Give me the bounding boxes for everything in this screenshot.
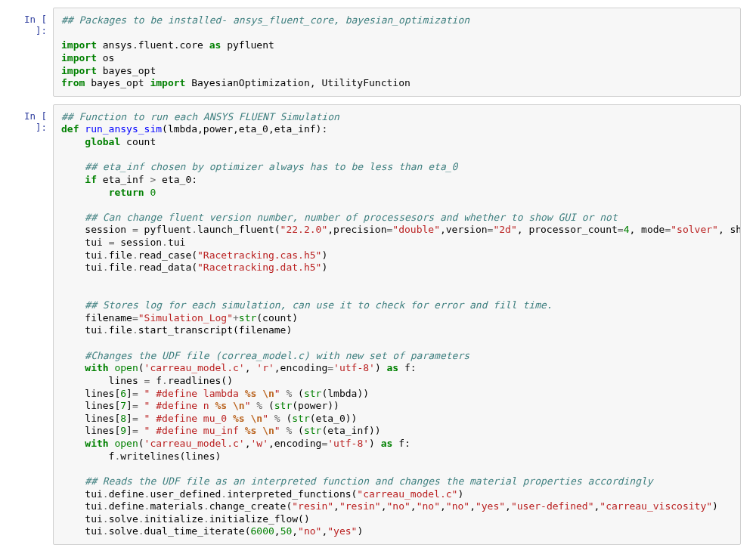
- code-token: 9: [120, 425, 126, 436]
- code-input-area[interactable]: ## Function to run each ANSYS FLUENT Sim…: [53, 104, 741, 545]
- code-token: "no": [446, 500, 469, 512]
- code-input-area[interactable]: ## Packages to be installed- ansys_fluen…: [53, 8, 741, 97]
- code-token: ## Packages to be installed- ansys_fluen…: [61, 14, 469, 26]
- code-token: str: [292, 413, 309, 424]
- code-token: =: [144, 375, 150, 386]
- code-token: .: [103, 500, 109, 512]
- input-prompt: In [ ]:: [8, 8, 53, 36]
- code-token: "carreau_model.c": [357, 488, 457, 500]
- code-token: "Racetracking.cas.h5": [197, 249, 321, 261]
- code-token: run_ansys_sim: [85, 123, 162, 135]
- code-token: .: [203, 513, 209, 525]
- code-token: with: [85, 438, 108, 449]
- code-token: 4: [624, 224, 630, 235]
- code-token: .: [221, 488, 227, 500]
- code-token: def: [61, 123, 79, 135]
- code-token: #Changes the UDF file (correa_model.c) w…: [85, 350, 469, 361]
- code-token: %: [256, 400, 262, 411]
- code-token: .: [144, 488, 150, 500]
- code-token: " #define mu_0: [144, 413, 233, 424]
- code-token: .: [162, 375, 168, 386]
- code-token: =: [109, 237, 115, 248]
- code-token: ## Can change fluent version number, num…: [85, 212, 617, 223]
- code-token: 8: [120, 413, 126, 424]
- code-token: str: [274, 400, 292, 411]
- code-token: 7: [120, 400, 126, 411]
- code-token: =: [132, 413, 138, 424]
- code-token: +: [233, 312, 239, 324]
- code-token: as: [209, 39, 222, 51]
- code-token: .: [114, 450, 120, 462]
- code-token: =: [132, 400, 138, 411]
- code-token: %: [286, 425, 292, 436]
- code-token: import: [61, 65, 97, 76]
- code-token: "double": [392, 224, 440, 235]
- code-token: "solver": [671, 224, 718, 235]
- code-token: "Racetracking.dat.h5": [197, 262, 321, 273]
- code-token: "no": [387, 500, 411, 512]
- code-token: "yes": [327, 525, 357, 537]
- code-token: %: [274, 413, 280, 424]
- code-token: =: [132, 224, 138, 235]
- code-token: "Simulation_Log": [138, 312, 233, 324]
- notebook-cell: In [ ]:## Packages to be installed- ansy…: [8, 8, 741, 97]
- code-token: return: [109, 187, 144, 198]
- code-token: .: [132, 262, 138, 273]
- code-token: import: [150, 77, 185, 88]
- code-token: =: [132, 312, 138, 324]
- code-token: global: [85, 136, 120, 147]
- code-token: 'utf-8': [327, 438, 369, 449]
- code-token: 50: [280, 525, 293, 537]
- code-token: %s: [233, 413, 245, 424]
- code-token: 6: [120, 388, 126, 399]
- code-token: ## Stores log for each simulation, can u…: [85, 299, 552, 311]
- code-token: \n: [262, 425, 274, 436]
- code-token: pyfluent: [221, 39, 274, 51]
- code-token: 'carreau_model.c': [144, 362, 245, 373]
- code-token: "yes": [476, 500, 505, 512]
- code-token: str: [304, 388, 321, 399]
- code-token: .: [203, 500, 209, 512]
- code-token: "resin": [292, 500, 333, 512]
- code-token: "user-defined": [511, 500, 594, 512]
- code-token: as: [387, 362, 399, 373]
- code-token: os: [97, 52, 114, 63]
- code-token: .: [132, 249, 138, 261]
- code-token: import: [61, 39, 97, 51]
- code-token: .: [191, 224, 197, 235]
- code-token: ": [274, 425, 280, 436]
- input-prompt: In [ ]:: [8, 104, 53, 133]
- code-token: import: [61, 52, 97, 63]
- code-token: " #define lambda: [144, 388, 245, 399]
- code-token: %s: [215, 400, 228, 411]
- code-content[interactable]: ## Function to run each ANSYS FLUENT Sim…: [61, 111, 733, 538]
- code-token: ## eta_inf chosen by optimizer always ha…: [85, 161, 457, 172]
- code-token: "no": [298, 525, 321, 537]
- code-token: as: [381, 438, 393, 449]
- code-token: ": [245, 400, 251, 411]
- code-token: .: [138, 513, 144, 525]
- code-token: =: [132, 388, 138, 399]
- code-token: \n: [250, 413, 262, 424]
- notebook-cell: In [ ]:## Function to run each ANSYS FLU…: [8, 104, 741, 545]
- code-token: 'r': [256, 362, 274, 373]
- code-token: "carreau_viscosity": [600, 500, 712, 512]
- code-token: 0: [150, 187, 156, 198]
- code-token: %: [286, 388, 292, 399]
- code-token: %s: [245, 388, 257, 399]
- code-token: .: [103, 262, 109, 273]
- code-token: %s: [245, 425, 257, 436]
- code-content[interactable]: ## Packages to be installed- ansys_fluen…: [61, 14, 733, 90]
- code-token: .: [144, 500, 150, 512]
- code-token: " #define mu_inf: [144, 425, 245, 436]
- code-token: str: [239, 312, 256, 324]
- code-token: .: [103, 324, 109, 336]
- code-token: =: [327, 362, 333, 373]
- code-token: =: [618, 224, 624, 235]
- code-token: ": [262, 413, 268, 424]
- code-token: .: [103, 488, 109, 500]
- code-token: from: [61, 77, 85, 88]
- code-token: \n: [233, 400, 245, 411]
- code-token: =: [132, 425, 138, 436]
- code-token: "22.2.0": [280, 224, 328, 235]
